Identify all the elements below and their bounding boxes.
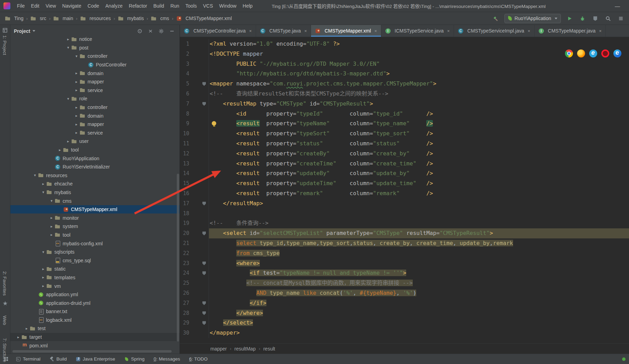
chevron-right-icon[interactable]: ▸ — [40, 267, 46, 271]
chevron-right-icon[interactable]: ▸ — [24, 326, 30, 331]
statusbar-terminal[interactable]: Terminal — [16, 356, 40, 362]
menu-run[interactable]: Run — [167, 2, 182, 10]
tree-item-tool[interactable]: ▸tool — [10, 231, 180, 239]
code-line[interactable]: 29 </select> — [180, 318, 629, 328]
breadcrumb-item-cmstypemapper-xml[interactable]: CMSTypeMapper.xml — [175, 15, 233, 22]
chevron-right-icon[interactable]: ▸ — [73, 105, 80, 110]
tree-item-service[interactable]: ▸service — [10, 129, 180, 137]
tab-cmstypemapper-xml[interactable]: CMSTypeMapper.xml× — [311, 25, 381, 37]
tree-item-controller[interactable]: ▸controller — [10, 103, 180, 112]
chevron-down-icon[interactable]: ▾ — [65, 97, 71, 101]
close-icon[interactable]: × — [304, 28, 307, 34]
tree-item-cmstypemapper-xml[interactable]: CMSTypeMapper.xml — [10, 205, 180, 214]
chevron-right-icon[interactable]: ▸ — [15, 335, 21, 339]
editor-breadcrumb-resultmap[interactable]: resultMap — [234, 346, 255, 352]
tab-cmstypecontroller-java[interactable]: CMSTypeController.java× — [180, 25, 256, 37]
chevron-right-icon[interactable]: ▸ — [40, 182, 46, 186]
code-line[interactable]: 25 <!-- concat是Mysql数据库中的函数，用来实现字符串拼接 --… — [180, 278, 629, 288]
tree-item-cms-type-sql[interactable]: cms_type.sql — [10, 256, 180, 265]
chevron-right-icon[interactable]: ▸ — [57, 148, 63, 152]
statusbar-build[interactable]: Build — [49, 356, 67, 362]
tab-cmstypemapper-java[interactable]: CMSTypeMapper.java× — [535, 25, 606, 37]
tree-item-ruoyiservletinitializer[interactable]: RuoYiServletInitializer — [10, 163, 180, 171]
code-line[interactable]: 7 <resultMap type="CMSType" id="CMSTypeR… — [180, 99, 629, 109]
chevron-down-icon[interactable]: ▾ — [65, 45, 71, 50]
code-line[interactable]: 6<!-- 查询结果resultSet和实体类型CMSType之间的映射关系--… — [180, 89, 629, 99]
chevron-right-icon[interactable]: ▸ — [48, 233, 55, 237]
chevron-right-icon[interactable]: ▸ — [40, 284, 46, 288]
breadcrumb-item-ting[interactable]: Ting — [4, 15, 24, 22]
hide-panel-button[interactable] — [168, 27, 176, 35]
tab-icmstypeservice-java[interactable]: ICMSTypeService.java× — [381, 25, 454, 37]
code-line[interactable]: 17 </resultMap> — [180, 199, 629, 209]
code-line[interactable]: 23 <where> — [180, 258, 629, 269]
tree-item-static[interactable]: ▸static — [10, 265, 180, 273]
close-icon[interactable]: × — [528, 28, 530, 34]
breadcrumb-item-src[interactable]: src — [30, 15, 47, 22]
tree-item-pom-xml[interactable]: pom.xml — [10, 341, 180, 350]
tool-stripe-web[interactable]: Web — [2, 316, 7, 325]
code-line[interactable]: 21 select type_id,type_name,type_sort,st… — [180, 238, 629, 248]
statusbar-spring[interactable]: Spring — [124, 356, 145, 362]
project-tool-icon[interactable] — [2, 28, 8, 33]
code-line[interactable]: 11 <result property="status" column="sta… — [180, 139, 629, 149]
menu-window[interactable]: Window — [216, 2, 240, 10]
tab-cmstypeserviceimpl-java[interactable]: CMSTypeServiceImpl.java× — [454, 25, 535, 37]
tree-item-controller[interactable]: ▾controller — [10, 52, 180, 61]
tree-item-role[interactable]: ▾role — [10, 94, 180, 103]
code-line[interactable]: 28 </where> — [180, 308, 629, 318]
menu-tools[interactable]: Tools — [182, 2, 200, 10]
search-button[interactable] — [604, 14, 612, 22]
tool-stripe-project[interactable]: 1: Project — [2, 35, 7, 55]
collapse-all-button[interactable] — [146, 27, 155, 35]
chevron-right-icon[interactable]: ▸ — [73, 122, 80, 127]
code-line[interactable]: 9 <result property="typeName" column="ty… — [180, 119, 629, 129]
tree-item-system[interactable]: ▸system — [10, 222, 180, 231]
chevron-down-icon[interactable]: ▾ — [32, 173, 38, 178]
code-line[interactable]: 19<!-- 条件查询--> — [180, 218, 629, 228]
tree-item-application-druid-yml[interactable]: application-druid.yml — [10, 299, 180, 307]
menu-view[interactable]: View — [43, 2, 59, 10]
close-icon[interactable]: × — [249, 28, 252, 34]
tree-item-mapper[interactable]: ▸mapper — [10, 120, 180, 129]
tree-item-banner-txt[interactable]: banner.txt — [10, 307, 180, 316]
tree-item-monitor[interactable]: ▸monitor — [10, 213, 180, 222]
chevron-right-icon[interactable]: ▸ — [65, 139, 71, 144]
code-line[interactable]: 5<mapper namespace="com.ruoyi.project.cm… — [180, 79, 629, 89]
chevron-right-icon[interactable]: ▸ — [73, 88, 80, 92]
chevron-down-icon[interactable]: ▾ — [40, 250, 46, 254]
star-icon[interactable] — [3, 301, 8, 306]
chevron-down-icon[interactable]: ▾ — [48, 199, 55, 203]
menu-analyze[interactable]: Analyze — [102, 2, 126, 10]
code-line[interactable]: 18 — [180, 209, 629, 219]
code-line[interactable]: 26 AND type_name like concat('%', #{type… — [180, 288, 629, 298]
breadcrumb-item-main[interactable]: main — [53, 15, 74, 22]
statusbar-messages[interactable]: 0: Messages — [154, 356, 180, 362]
stop-button[interactable] — [617, 14, 625, 22]
firefox-icon[interactable] — [577, 49, 585, 57]
tree-item-resources[interactable]: ▾resources — [10, 171, 180, 180]
code-line[interactable]: 3 PUBLIC "-//mybatis.org//DTD Mapper 3.0… — [180, 59, 629, 69]
chevron-down-icon[interactable]: ▾ — [73, 54, 80, 58]
run-button[interactable] — [565, 14, 574, 22]
panel-title[interactable]: Project — [14, 28, 30, 34]
tree-item-tool[interactable]: ▸tool — [10, 146, 180, 154]
tree-item-mybatis-config-xml[interactable]: mybatis-config.xml — [10, 239, 180, 248]
coverage-button[interactable] — [591, 14, 599, 22]
code-line[interactable]: 15 <result property="updateTime" column=… — [180, 179, 629, 189]
chevron-down-icon[interactable]: ▾ — [40, 190, 46, 194]
tree-item-templates[interactable]: ▸templates — [10, 273, 180, 282]
close-icon[interactable]: × — [374, 28, 377, 34]
code-line[interactable]: 2<!DOCTYPE mapper — [180, 49, 629, 59]
code-line[interactable]: 16 <result property="remark" column="rem… — [180, 189, 629, 199]
tab-cmstype-java[interactable]: CMSType.java× — [256, 25, 311, 37]
chevron-right-icon[interactable]: ▸ — [73, 71, 80, 75]
statusbar-java-enterprise[interactable]: Java Enterprise — [76, 356, 115, 362]
chevron-right-icon[interactable]: ▸ — [48, 216, 55, 220]
settings-button[interactable] — [157, 27, 165, 35]
code-line[interactable]: 22 from cms_type — [180, 248, 629, 258]
code-line[interactable]: 30</mapper> — [180, 328, 629, 338]
chevron-right-icon[interactable]: ▸ — [73, 130, 80, 135]
close-icon[interactable]: × — [447, 28, 450, 34]
tool-stripe-7-structure[interactable]: 7: Structure — [2, 338, 7, 362]
